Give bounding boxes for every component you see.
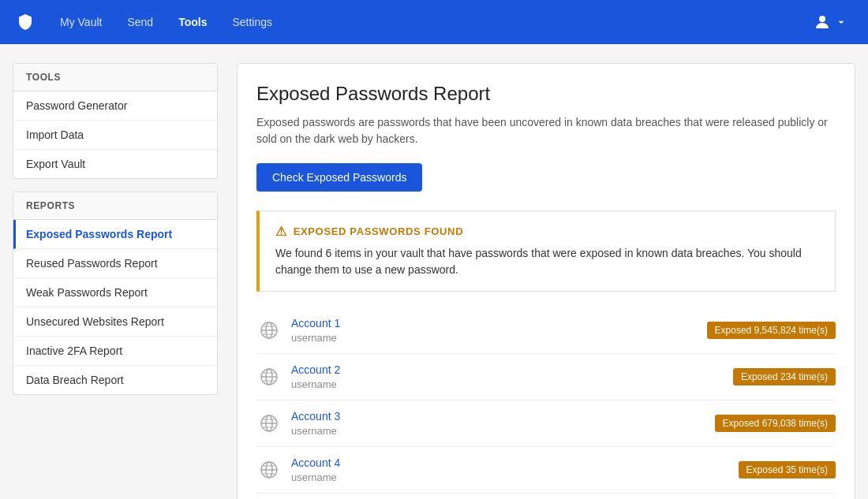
navbar: My Vault Send Tools Settings	[0, 0, 868, 44]
main-content: Exposed Passwords Report Exposed passwor…	[237, 63, 855, 499]
sidebar-item-inactive-2fa[interactable]: Inactive 2FA Report	[13, 337, 217, 366]
sidebar-item-unsecured-websites[interactable]: Unsecured Websites Report	[13, 307, 217, 337]
account-username: username	[291, 332, 337, 344]
sidebar-item-export-vault[interactable]: Export Vault	[13, 150, 217, 178]
account-row: Account 4 username Exposed 35 time(s)	[256, 447, 836, 493]
exposed-badge: Exposed 35 time(s)	[739, 461, 836, 479]
globe-icon	[256, 457, 282, 482]
accounts-list: Account 1 username Exposed 9,545,824 tim…	[256, 307, 836, 499]
account-name[interactable]: Account 3	[291, 410, 705, 423]
sidebar-item-data-breach[interactable]: Data Breach Report	[13, 366, 217, 394]
sidebar: TOOLS Password Generator Import Data Exp…	[13, 63, 218, 499]
page-title: Exposed Passwords Report	[256, 83, 836, 105]
reports-section: REPORTS Exposed Passwords Report Reused …	[13, 192, 218, 395]
exposed-badge: Exposed 9,545,824 time(s)	[707, 322, 836, 339]
sidebar-item-password-generator[interactable]: Password Generator	[13, 91, 217, 121]
sidebar-item-exposed-passwords[interactable]: Exposed Passwords Report	[13, 220, 217, 249]
check-exposed-passwords-button[interactable]: Check Exposed Passwords	[256, 163, 422, 192]
sidebar-item-weak-passwords[interactable]: Weak Passwords Report	[13, 278, 217, 307]
tools-header: TOOLS	[13, 64, 217, 91]
alert-body: We found 6 items in your vault that have…	[275, 245, 819, 278]
account-info: Account 4 username	[291, 456, 729, 483]
account-name[interactable]: Account 2	[291, 363, 724, 376]
account-row: Account 5 username Exposed 9 time(s)	[256, 493, 836, 499]
nav-tools[interactable]: Tools	[169, 9, 216, 35]
globe-icon	[256, 411, 282, 436]
tools-section: TOOLS Password Generator Import Data Exp…	[13, 63, 218, 179]
exposed-badge: Exposed 234 time(s)	[733, 368, 836, 385]
nav-send[interactable]: Send	[118, 9, 163, 35]
account-username: username	[291, 378, 337, 390]
account-row: Account 1 username Exposed 9,545,824 tim…	[256, 307, 836, 354]
account-info: Account 2 username	[291, 363, 724, 390]
account-name[interactable]: Account 4	[291, 456, 729, 469]
nav-my-vault[interactable]: My Vault	[51, 9, 111, 35]
chevron-down-icon	[835, 16, 847, 28]
page-layout: TOOLS Password Generator Import Data Exp…	[0, 44, 868, 499]
globe-icon	[256, 364, 282, 389]
alert-title: ⚠ EXPOSED PASSWORDS FOUND	[275, 224, 819, 239]
warning-icon: ⚠	[275, 224, 287, 239]
account-username: username	[291, 471, 337, 483]
user-menu[interactable]	[805, 8, 855, 36]
sidebar-item-reused-passwords[interactable]: Reused Passwords Report	[13, 249, 217, 278]
account-name[interactable]: Account 1	[291, 317, 698, 330]
alert-box: ⚠ EXPOSED PASSWORDS FOUND We found 6 ite…	[256, 210, 836, 292]
sidebar-item-import-data[interactable]: Import Data	[13, 121, 217, 150]
account-row: Account 2 username Exposed 234 time(s)	[256, 354, 836, 400]
logo	[13, 9, 38, 35]
nav-settings[interactable]: Settings	[223, 9, 282, 35]
user-icon	[813, 13, 832, 32]
exposed-badge: Exposed 679,038 time(s)	[715, 415, 836, 432]
reports-header: REPORTS	[13, 192, 217, 220]
globe-icon	[256, 318, 282, 343]
account-row: Account 3 username Exposed 679,038 time(…	[256, 400, 836, 447]
svg-point-0	[819, 16, 825, 22]
page-description: Exposed passwords are passwords that hav…	[256, 114, 836, 147]
account-info: Account 3 username	[291, 410, 705, 437]
account-username: username	[291, 425, 337, 437]
account-info: Account 1 username	[291, 317, 698, 344]
